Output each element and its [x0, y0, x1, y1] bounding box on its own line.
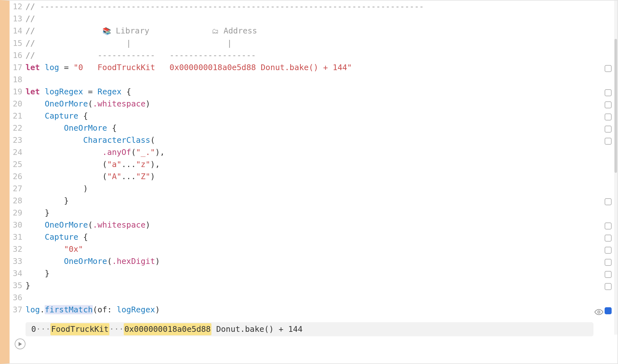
code-line[interactable]: }: [26, 267, 603, 280]
code-line[interactable]: //: [26, 13, 603, 25]
string-literal: "z": [136, 160, 150, 169]
result-marker[interactable]: [605, 198, 612, 205]
paren: (: [107, 257, 112, 266]
code-line[interactable]: CharacterClass(: [26, 134, 603, 146]
paren: ): [83, 184, 88, 193]
result-marker[interactable]: [605, 259, 612, 266]
paren: ),: [155, 148, 165, 157]
identifier: logRegex: [45, 87, 83, 96]
identifier: log: [45, 63, 59, 72]
code-line[interactable]: // | |: [26, 37, 603, 49]
paren: (: [102, 160, 107, 169]
string-literal: "0 FoodTruckKit 0x000000018a0e5d88 Donut…: [74, 63, 352, 72]
scroll-thumb[interactable]: [614, 39, 617, 173]
code-line[interactable]: let logRegex = Regex {: [26, 86, 603, 98]
identifier: logRegex: [117, 305, 155, 314]
result-marker[interactable]: [605, 138, 612, 145]
result-capture-1: FoodTruckKit: [50, 323, 109, 335]
line-number: 34: [10, 267, 26, 280]
line-number: 31: [10, 231, 26, 243]
string-literal: "_.": [136, 148, 155, 157]
paren: ): [145, 220, 150, 229]
line-number: 30: [10, 219, 26, 231]
line-number: 21: [10, 110, 26, 122]
line-number: 20: [10, 98, 26, 110]
result-marker[interactable]: [605, 235, 612, 242]
line-number: 16: [10, 49, 26, 62]
code-line[interactable]: Capture {: [26, 231, 603, 243]
result-marker[interactable]: [605, 65, 612, 72]
paren: (: [150, 135, 155, 145]
paren: (: [131, 148, 136, 157]
code-line[interactable]: ("A"..."Z"): [26, 171, 603, 183]
code-line[interactable]: ): [26, 183, 603, 195]
line-number: 24: [10, 146, 26, 158]
quick-look-icon[interactable]: [594, 308, 603, 317]
paren: ),: [150, 160, 160, 169]
code-line[interactable]: .anyOf("_."),: [26, 146, 603, 158]
svg-marker-1: [18, 342, 22, 346]
line-number: 17: [10, 62, 26, 74]
line-number: 32: [10, 243, 26, 255]
code-line[interactable]: ("a"..."z"),: [26, 158, 603, 171]
code-line[interactable]: // ------------ ------------------: [26, 49, 603, 62]
result-marker[interactable]: [605, 126, 612, 133]
result-marker-active[interactable]: [605, 307, 612, 314]
type: Capture: [45, 232, 78, 242]
code-line[interactable]: OneOrMore(.hexDigit): [26, 255, 603, 267]
brace: {: [83, 232, 88, 242]
code-line[interactable]: OneOrMore(.whitespace): [26, 219, 603, 231]
code-line[interactable]: let log = "0 FoodTruckKit 0x000000018a0e…: [26, 62, 603, 74]
playground-result[interactable]: 0···FoodTruckKit···0x000000018a0e5d88 Do…: [26, 322, 593, 336]
result-whitespace: ···: [36, 323, 50, 335]
operator: .: [40, 305, 45, 314]
result-marker[interactable]: [605, 101, 612, 108]
paren: (of:: [93, 305, 117, 314]
line-number: 14: [10, 25, 26, 37]
code-line[interactable]: "0x": [26, 243, 603, 255]
comment: // -------------------------------------…: [26, 2, 424, 11]
card-icon: 🗂: [212, 27, 219, 35]
code-line[interactable]: // 📚 Library 🗂 Address: [26, 25, 603, 37]
paren: ): [155, 305, 160, 314]
type: OneOrMore: [64, 257, 107, 266]
code-line[interactable]: }: [26, 280, 603, 292]
result-marker[interactable]: [605, 283, 612, 290]
line-number: 33: [10, 255, 26, 267]
result-marker[interactable]: [605, 113, 612, 120]
line-number: 28: [10, 195, 26, 207]
code-line[interactable]: }: [26, 207, 603, 219]
code-line[interactable]: log.firstMatch(of: logRegex): [26, 304, 603, 316]
code-line[interactable]: // -------------------------------------…: [26, 1, 603, 13]
line-number: 23: [10, 134, 26, 146]
vertical-scrollbar[interactable]: [614, 1, 617, 335]
member: .hexDigit: [112, 257, 155, 266]
line-number: 13: [10, 13, 26, 25]
result-marker[interactable]: [605, 271, 612, 278]
code-editor[interactable]: 12 // ----------------------------------…: [10, 1, 603, 333]
run-button[interactable]: [15, 339, 26, 349]
keyword: let: [26, 63, 40, 72]
result-marker[interactable]: [605, 247, 612, 254]
paren: ): [145, 99, 150, 108]
paren: (: [88, 99, 93, 108]
result-marker[interactable]: [605, 222, 612, 229]
paren: ): [155, 257, 160, 266]
result-text: Donut.bake() + 144: [211, 323, 303, 335]
operator: =: [88, 87, 93, 96]
code-line[interactable]: Capture {: [26, 110, 603, 122]
line-number: 29: [10, 207, 26, 219]
line-number: 36: [10, 292, 26, 304]
svg-point-0: [598, 311, 600, 313]
string-literal: "a": [107, 160, 121, 169]
comment: // 📚 Library 🗂 Address: [26, 26, 257, 35]
member: .whitespace: [93, 99, 146, 108]
code-line[interactable]: }: [26, 195, 603, 207]
method-call: firstMatch: [45, 305, 93, 314]
comment: //: [26, 14, 35, 23]
code-line[interactable]: OneOrMore(.whitespace): [26, 98, 603, 110]
line-number: 12: [10, 1, 26, 13]
code-line[interactable]: OneOrMore {: [26, 122, 603, 134]
result-marker[interactable]: [605, 89, 612, 96]
brace: }: [45, 208, 49, 217]
